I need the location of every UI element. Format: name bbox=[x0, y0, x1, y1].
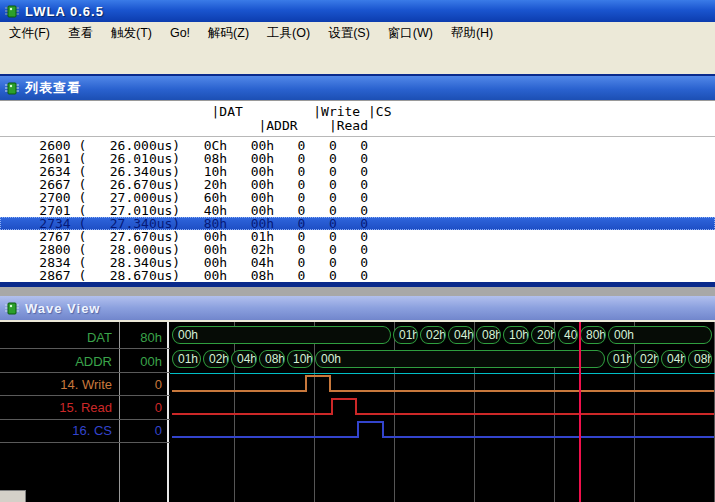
channel-row-divider bbox=[0, 348, 170, 349]
signal-pulse bbox=[331, 398, 357, 415]
grid-line bbox=[314, 322, 315, 502]
bus-segment: 04h bbox=[448, 326, 474, 344]
wave-channel-value: 0 bbox=[122, 423, 162, 439]
wave-channel-value: 0 bbox=[122, 377, 162, 393]
signal-low-level bbox=[331, 390, 714, 392]
wave-channel-label[interactable]: 14. Write bbox=[0, 377, 112, 393]
bus-segment: 10h bbox=[287, 350, 313, 368]
window-title: LWLA 0.6.5 bbox=[25, 4, 104, 19]
wave-channel-label[interactable]: DAT bbox=[0, 330, 112, 346]
bus-segment: 00h bbox=[315, 350, 605, 368]
signal-low-level bbox=[172, 390, 305, 392]
menu-item[interactable]: Go! bbox=[161, 23, 199, 43]
menu-item[interactable]: 帮助(H) bbox=[442, 22, 502, 45]
waveform-plot[interactable]: 00h01h02h04h08h10h20h40h80h00h01h02h04h0… bbox=[170, 322, 715, 502]
bus-segment: 01h bbox=[172, 350, 201, 368]
app-chip-icon bbox=[4, 4, 20, 19]
bus-segment: 08h bbox=[259, 350, 285, 368]
list-panel-titlebar: 列表查看 bbox=[0, 76, 715, 100]
grid-line bbox=[634, 322, 635, 502]
bus-segment: 80h bbox=[580, 326, 606, 344]
menu-item[interactable]: 设置(S) bbox=[319, 22, 379, 45]
wave-view: DAT80hADDR00h14. Write015. Read016. CS0 … bbox=[0, 322, 715, 502]
list-row[interactable]: 2867 ( 28.670us) 00h 08h 0 0 0 bbox=[0, 269, 715, 282]
signal-low-level bbox=[357, 413, 714, 415]
signal-low-level bbox=[384, 436, 714, 438]
signal-pulse bbox=[305, 375, 331, 392]
bus-segment: 20h bbox=[531, 326, 556, 344]
bus-segment: 08h bbox=[476, 326, 501, 344]
bus-segment: 40h bbox=[558, 326, 578, 344]
app-window: LWLA 0.6.5 文件(F)查看触发(T)Go!解码(Z)工具(O)设置(S… bbox=[0, 0, 715, 502]
signal-pulse bbox=[357, 421, 384, 438]
window-titlebar: LWLA 0.6.5 bbox=[0, 0, 715, 22]
bus-digital-divider bbox=[170, 373, 715, 374]
wave-panel-titlebar: Wave View bbox=[0, 296, 715, 320]
time-cursor[interactable] bbox=[579, 322, 581, 502]
grid-line bbox=[474, 322, 475, 502]
bus-segment: 04h bbox=[231, 350, 257, 368]
bus-segment: 02h bbox=[420, 326, 446, 344]
list-header-line2: |ADDR |Read bbox=[0, 119, 715, 133]
signal-low-level bbox=[172, 413, 331, 415]
panel-splitter[interactable] bbox=[0, 287, 715, 296]
grid-line bbox=[554, 322, 555, 502]
label-column-divider bbox=[119, 322, 120, 502]
bus-segment: 01h bbox=[393, 326, 418, 344]
bus-segment: 02h bbox=[634, 350, 659, 368]
menu-item[interactable]: 文件(F) bbox=[0, 22, 59, 45]
scroll-corner bbox=[0, 490, 26, 502]
channel-row-divider bbox=[0, 395, 170, 396]
value-column-divider bbox=[167, 322, 169, 502]
bus-segment: 00h bbox=[608, 326, 712, 344]
list-panel-title: 列表查看 bbox=[25, 79, 81, 97]
wave-panel-chip-icon bbox=[4, 301, 20, 316]
menu-item[interactable]: 解码(Z) bbox=[199, 22, 258, 45]
menu-item[interactable]: 触发(T) bbox=[102, 22, 161, 45]
wave-channel-value: 0 bbox=[122, 400, 162, 416]
bus-segment: 04h bbox=[661, 350, 686, 368]
grid-line bbox=[234, 322, 235, 502]
toolbar: − 10.00ns ▼ + GO 100% 1 2 bbox=[0, 44, 715, 75]
menubar: 文件(F)查看触发(T)Go!解码(Z)工具(O)设置(S)窗口(W)帮助(H) bbox=[0, 22, 715, 45]
grid-line bbox=[394, 322, 395, 502]
channel-row-divider bbox=[0, 372, 170, 373]
list-view: |DAT |Write |CS |ADDR |Read 2600 ( 26.00… bbox=[0, 100, 715, 283]
menu-item[interactable]: 工具(O) bbox=[258, 22, 319, 45]
list-panel-chip-icon bbox=[4, 81, 20, 96]
channel-row-divider bbox=[0, 442, 170, 443]
menu-item[interactable]: 窗口(W) bbox=[379, 22, 442, 45]
wave-channel-label[interactable]: 16. CS bbox=[0, 423, 112, 439]
list-header-divider bbox=[0, 136, 715, 137]
wave-channel-value: 00h bbox=[122, 354, 162, 370]
menu-item[interactable]: 查看 bbox=[59, 22, 102, 45]
wave-panel-title: Wave View bbox=[25, 301, 100, 316]
bus-segment: 00h bbox=[172, 326, 391, 344]
wave-channel-label[interactable]: 15. Read bbox=[0, 400, 112, 416]
list-header-line1: |DAT |Write |CS bbox=[0, 105, 715, 119]
channel-row-divider bbox=[0, 419, 170, 420]
bus-segment: 02h bbox=[203, 350, 229, 368]
bus-segment: 08h bbox=[688, 350, 712, 368]
wave-channel-value: 80h bbox=[122, 330, 162, 346]
bus-segment: 10h bbox=[503, 326, 529, 344]
bus-segment: 01h bbox=[607, 350, 632, 368]
signal-low-level bbox=[172, 436, 357, 438]
wave-channel-label[interactable]: ADDR bbox=[0, 354, 112, 370]
